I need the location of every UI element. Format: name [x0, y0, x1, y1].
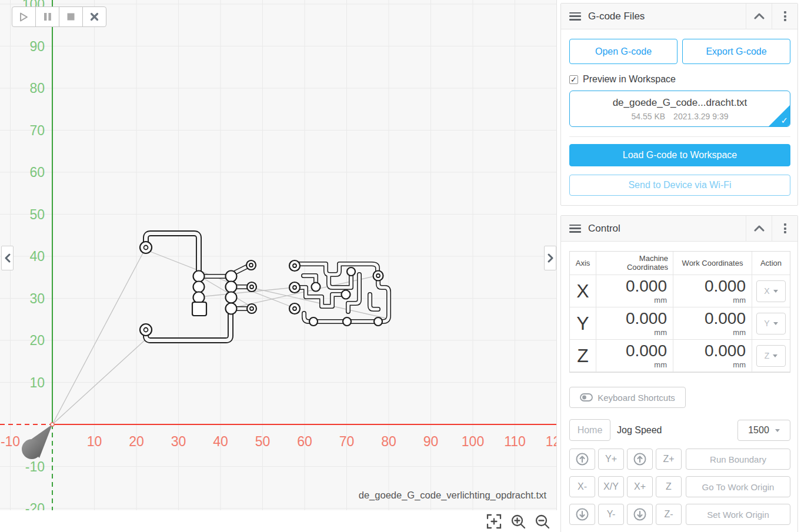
y-action-dropdown[interactable]: Y	[756, 313, 786, 334]
collapse-panel-button[interactable]	[746, 216, 772, 242]
chevron-left-icon	[4, 253, 11, 263]
zoom-out-icon[interactable]	[535, 514, 550, 529]
kebab-menu-icon	[784, 223, 786, 233]
preview-in-workspace-option[interactable]: ✓ Preview in Workspace	[569, 74, 790, 85]
machine-coord-x: 0.000 mm	[596, 275, 673, 307]
workspace-canvas[interactable]: -10102030405060708090100110120-20-101020…	[0, 0, 557, 510]
selected-check-icon: ✓	[780, 115, 788, 126]
pause-button[interactable]	[35, 6, 59, 27]
x-tick-label: 20	[129, 434, 144, 449]
value: 0.000	[626, 310, 667, 327]
action-cell-y: Y	[752, 307, 790, 340]
jog-pad: Y+ Z+ Run Boundary X- X/Y X+ Z Go To Wor…	[569, 449, 790, 525]
x-tick-label: 100	[462, 434, 484, 449]
x-tick-label: 110	[504, 434, 526, 449]
jog-x-plus-button[interactable]: X+	[627, 476, 653, 497]
y-tick-label: 20	[29, 333, 45, 348]
value: 0.000	[705, 310, 746, 327]
axis-label-x: X	[570, 275, 596, 307]
work-coord-z: 0.000 mm	[673, 340, 752, 372]
col-header-action: Action	[752, 252, 790, 275]
panel-title: G-code Files	[588, 11, 746, 22]
axis-tick-labels: -10102030405060708090100110120-20-101020…	[1, 0, 557, 510]
home-row: Home Jog Speed 1500	[569, 419, 790, 441]
right-sidebar: G-code Files Open G-code Export G-code ✓…	[558, 0, 801, 532]
panel-menu-button[interactable]	[772, 4, 797, 29]
gcode-file-size: 54.55 KB	[631, 112, 665, 121]
unit: mm	[654, 296, 667, 305]
go-to-work-origin-button[interactable]: Go To Work Origin	[686, 476, 790, 497]
gcode-file-name: de_goede_G_code...dracht.txt	[613, 97, 747, 109]
col-header-work: Work Coordinates	[673, 252, 752, 275]
stop-button[interactable]	[59, 6, 83, 27]
preview-checkbox-label: Preview in Workspace	[583, 74, 676, 85]
caret-down-icon	[775, 429, 780, 434]
jog-speed-dropdown[interactable]: 1500	[737, 420, 790, 441]
axis-label-z: Z	[570, 340, 596, 372]
expand-right-button[interactable]	[544, 246, 556, 270]
jog-z-plus-button[interactable]: Z+	[656, 449, 682, 470]
y-tick-label: 40	[29, 249, 45, 264]
jog-z-button[interactable]: Z	[656, 476, 682, 497]
unit: mm	[733, 328, 746, 337]
jog-down-left-button[interactable]	[569, 504, 595, 525]
preview-checkbox[interactable]: ✓	[569, 75, 578, 84]
coordinates-table: Axis Machine Coordinates Work Coordinate…	[569, 251, 790, 373]
panel-title: Control	[588, 223, 746, 235]
load-gcode-to-workspace-button[interactable]: Load G-code to Workspace	[569, 144, 790, 166]
close-job-button[interactable]	[82, 6, 106, 27]
drag-handle-icon[interactable]	[569, 12, 581, 21]
jog-x-minus-button[interactable]: X-	[569, 476, 595, 497]
value: 0.000	[626, 278, 667, 295]
panel-menu-button[interactable]	[772, 216, 797, 242]
fit-view-icon[interactable]	[486, 514, 502, 529]
gcode-panel-header: G-code Files	[561, 4, 797, 29]
z-action-dropdown[interactable]: Z	[756, 345, 786, 367]
y-tick-label: 60	[29, 165, 45, 180]
value: 0.000	[626, 343, 667, 359]
keyboard-shortcuts-button[interactable]: Keyboard Shortcuts	[569, 387, 686, 408]
tool-pointer	[22, 424, 52, 459]
value: 0.000	[705, 343, 746, 359]
arrow-down-circle-icon	[576, 508, 589, 521]
workspace-window: -10102030405060708090100110120-20-101020…	[0, 0, 801, 532]
jog-y-plus-button[interactable]: Y+	[598, 449, 624, 470]
toggle-switch-icon	[580, 393, 593, 401]
zoom-in-icon[interactable]	[510, 514, 526, 529]
x-tick-label: 50	[255, 434, 271, 449]
x-tick-label: 90	[423, 434, 439, 449]
run-boundary-button[interactable]: Run Boundary	[686, 449, 790, 470]
gcode-file-card[interactable]: de_goede_G_code...dracht.txt 54.55 KB 20…	[569, 91, 790, 127]
x-action-dropdown[interactable]: X	[756, 280, 786, 302]
set-work-origin-button[interactable]: Set Work Origin	[686, 504, 790, 525]
jog-up-right-button[interactable]	[627, 449, 653, 470]
arrow-down-circle-icon	[633, 508, 646, 521]
x-tick-label: 60	[297, 434, 312, 449]
control-panel: Control Axis Machine Coordinates Work Co…	[560, 215, 798, 532]
gcode-file-date: 2021.3.29 9:39	[673, 112, 728, 121]
unit: mm	[654, 328, 667, 337]
send-to-device-wifi-button[interactable]: Send to Device via Wi-Fi	[569, 175, 790, 196]
unit: mm	[733, 360, 746, 369]
x-tick-label: 40	[213, 434, 228, 449]
jog-up-left-button[interactable]	[569, 449, 595, 470]
drag-handle-icon[interactable]	[569, 225, 581, 233]
collapse-left-button[interactable]	[1, 246, 14, 270]
jog-y-minus-button[interactable]: Y-	[598, 504, 624, 525]
collapse-panel-button[interactable]	[746, 4, 772, 29]
y-tick-label: 10	[29, 375, 45, 390]
export-gcode-button[interactable]: Export G-code	[682, 39, 790, 64]
jog-down-right-button[interactable]	[627, 504, 653, 525]
jog-z-minus-button[interactable]: Z-	[656, 504, 682, 525]
x-tick-label: 10	[87, 434, 102, 449]
jog-xy-button[interactable]: X/Y	[598, 476, 624, 497]
home-button[interactable]: Home	[569, 419, 610, 441]
y-tick-label: 50	[29, 207, 45, 222]
gcode-file-meta: 54.55 KB 2021.3.29 9:39	[631, 112, 728, 121]
y-tick-label: -20	[25, 501, 45, 510]
kebab-menu-icon	[784, 11, 786, 21]
open-gcode-button[interactable]: Open G-code	[569, 39, 677, 64]
x-tick-label: 70	[339, 434, 355, 449]
x-tick-label: 80	[381, 434, 396, 449]
play-button[interactable]	[12, 6, 36, 27]
